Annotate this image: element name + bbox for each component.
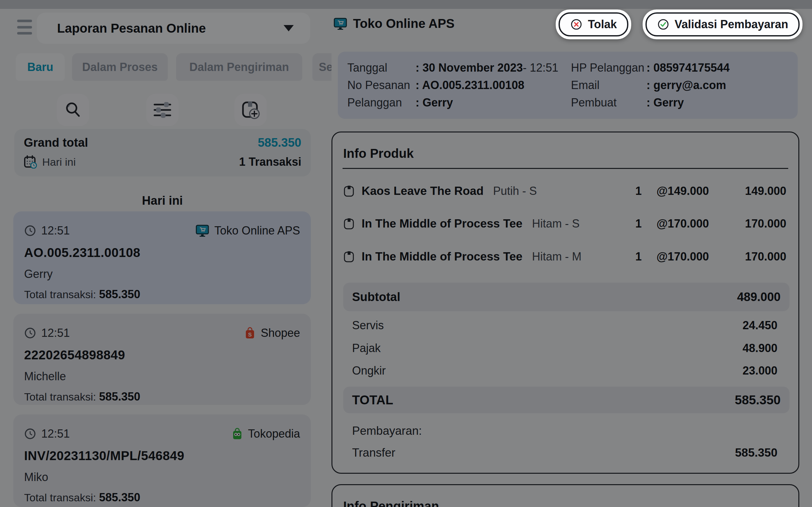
tutorial-dim-overlay [0,0,812,507]
order-report-app: Laporan Pesanan Online Baru Dalam Proses… [0,0,812,507]
x-circle-icon [570,18,583,31]
validate-button-highlight: Validasi Pembayaran [643,9,803,39]
order-action-buttons: Tolak Validasi Pembayaran [556,9,803,39]
validate-payment-button[interactable]: Validasi Pembayaran [646,12,800,37]
reject-button-highlight: Tolak [556,9,631,39]
check-circle-icon [657,18,670,31]
reject-button[interactable]: Tolak [559,12,628,37]
